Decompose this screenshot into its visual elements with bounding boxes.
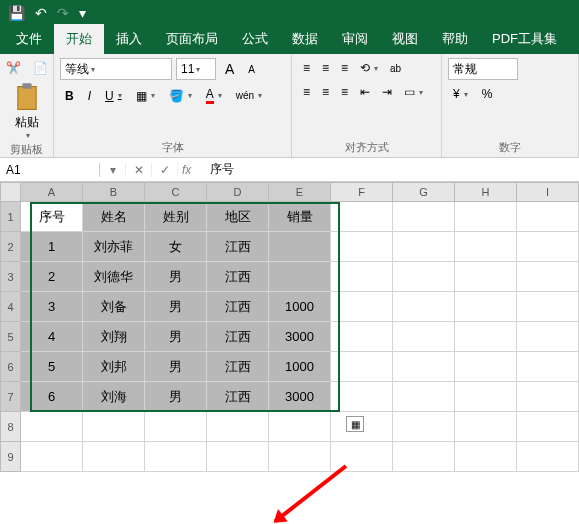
cell[interactable]: 男 xyxy=(145,382,207,412)
row-header[interactable]: 4 xyxy=(0,292,21,322)
indent-right-icon[interactable]: ⇥ xyxy=(377,82,397,102)
cell[interactable]: 5 xyxy=(21,352,83,382)
cancel-icon[interactable]: ✕ xyxy=(126,163,152,177)
cell[interactable]: 3000 xyxy=(269,322,331,352)
cell[interactable]: 3000 xyxy=(269,382,331,412)
cell[interactable]: 2 xyxy=(21,262,83,292)
column-header[interactable]: H xyxy=(455,182,517,202)
cell[interactable] xyxy=(455,262,517,292)
cell[interactable]: 男 xyxy=(145,262,207,292)
formula-input[interactable]: 序号 xyxy=(204,161,579,178)
cell[interactable] xyxy=(455,202,517,232)
row-header[interactable]: 3 xyxy=(0,262,21,292)
fill-color-button[interactable]: 🪣▾ xyxy=(164,86,197,106)
tab-file[interactable]: 文件 xyxy=(4,24,54,54)
cell[interactable] xyxy=(517,202,579,232)
align-left-icon[interactable]: ≡ xyxy=(298,82,315,102)
cell[interactable] xyxy=(269,262,331,292)
indent-left-icon[interactable]: ⇤ xyxy=(355,82,375,102)
cell[interactable] xyxy=(83,442,145,472)
cell[interactable] xyxy=(207,412,269,442)
cell[interactable] xyxy=(269,442,331,472)
copy-icon[interactable]: 📄 xyxy=(28,58,53,78)
column-header[interactable]: F xyxy=(331,182,393,202)
cell[interactable] xyxy=(517,322,579,352)
cell[interactable] xyxy=(393,322,455,352)
cell[interactable] xyxy=(331,382,393,412)
percent-button[interactable]: % xyxy=(477,84,498,104)
currency-button[interactable]: ¥▾ xyxy=(448,84,473,104)
cell[interactable]: 男 xyxy=(145,352,207,382)
cell[interactable]: 刘海 xyxy=(83,382,145,412)
cell[interactable]: 刘亦菲 xyxy=(83,232,145,262)
tab-pdf[interactable]: PDF工具集 xyxy=(480,24,569,54)
decrease-font-icon[interactable]: A xyxy=(243,61,260,78)
confirm-icon[interactable]: ✓ xyxy=(152,163,178,177)
align-top-icon[interactable]: ≡ xyxy=(298,58,315,78)
fx-icon[interactable]: fx xyxy=(178,163,204,177)
cell[interactable] xyxy=(393,292,455,322)
cell[interactable] xyxy=(455,352,517,382)
cell[interactable]: 姓名 xyxy=(83,202,145,232)
align-bottom-icon[interactable]: ≡ xyxy=(336,58,353,78)
wrap-text-button[interactable]: ab xyxy=(385,58,406,78)
font-size-combo[interactable]: 11▾ xyxy=(176,58,216,80)
cell[interactable]: 序号 xyxy=(21,202,83,232)
cell[interactable]: 女 xyxy=(145,232,207,262)
cell[interactable] xyxy=(393,352,455,382)
cell[interactable]: 江西 xyxy=(207,292,269,322)
row-header[interactable]: 7 xyxy=(0,382,21,412)
cell[interactable] xyxy=(331,352,393,382)
cell[interactable] xyxy=(207,442,269,472)
cell[interactable]: 姓别 xyxy=(145,202,207,232)
dropdown-icon[interactable]: ▾ xyxy=(100,163,126,177)
row-header[interactable]: 8 xyxy=(0,412,21,442)
cut-icon[interactable]: ✂️ xyxy=(1,58,26,78)
row-header[interactable]: 9 xyxy=(0,442,21,472)
cell[interactable] xyxy=(145,412,207,442)
cell[interactable] xyxy=(455,322,517,352)
cell[interactable] xyxy=(393,202,455,232)
name-box[interactable]: A1 xyxy=(0,163,100,177)
bold-button[interactable]: B xyxy=(60,86,79,106)
cell[interactable] xyxy=(393,262,455,292)
redo-icon[interactable]: ↷ xyxy=(57,5,69,21)
cell[interactable] xyxy=(393,232,455,262)
cell[interactable] xyxy=(517,352,579,382)
cell[interactable] xyxy=(269,412,331,442)
row-header[interactable]: 6 xyxy=(0,352,21,382)
tab-view[interactable]: 视图 xyxy=(380,24,430,54)
italic-button[interactable]: I xyxy=(83,86,96,106)
merge-button[interactable]: ▭▾ xyxy=(399,82,428,102)
cell[interactable]: 刘翔 xyxy=(83,322,145,352)
cell[interactable] xyxy=(83,412,145,442)
cell[interactable]: 男 xyxy=(145,322,207,352)
cell[interactable]: 男 xyxy=(145,292,207,322)
align-right-icon[interactable]: ≡ xyxy=(336,82,353,102)
tab-layout[interactable]: 页面布局 xyxy=(154,24,230,54)
cell[interactable]: 江西 xyxy=(207,322,269,352)
cell[interactable] xyxy=(21,442,83,472)
cell[interactable]: 6 xyxy=(21,382,83,412)
more-icon[interactable]: ▾ xyxy=(79,5,86,21)
cell[interactable] xyxy=(331,232,393,262)
select-all-corner[interactable] xyxy=(0,182,21,202)
number-format-combo[interactable]: 常规 xyxy=(448,58,518,80)
tab-help[interactable]: 帮助 xyxy=(430,24,480,54)
border-button[interactable]: ▦▾ xyxy=(131,86,160,106)
cell[interactable]: 1000 xyxy=(269,292,331,322)
cell[interactable] xyxy=(517,292,579,322)
tab-formulas[interactable]: 公式 xyxy=(230,24,280,54)
orientation-icon[interactable]: ⟲▾ xyxy=(355,58,383,78)
cell[interactable]: 江西 xyxy=(207,262,269,292)
increase-font-icon[interactable]: A xyxy=(220,58,239,80)
cell[interactable] xyxy=(517,262,579,292)
cell[interactable] xyxy=(517,412,579,442)
row-header[interactable]: 2 xyxy=(0,232,21,262)
font-color-button[interactable]: A▾ xyxy=(201,84,227,107)
cell[interactable] xyxy=(455,232,517,262)
undo-icon[interactable]: ↶ xyxy=(35,5,47,21)
column-header[interactable]: A xyxy=(21,182,83,202)
column-header[interactable]: D xyxy=(207,182,269,202)
cell[interactable]: 1 xyxy=(21,232,83,262)
